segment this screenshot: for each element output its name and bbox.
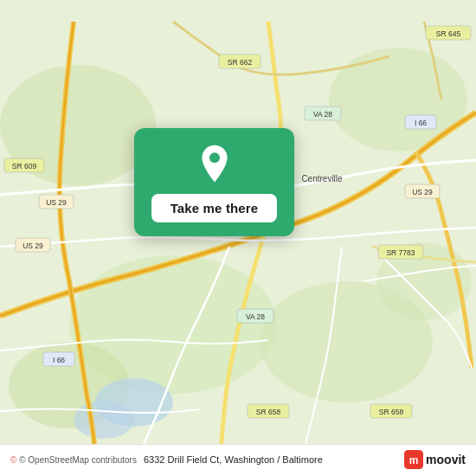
moovit-logo: m moovit — [404, 450, 466, 469]
moovit-brand-name: moovit — [426, 453, 466, 466]
svg-text:US 29: US 29 — [412, 188, 433, 196]
address-label: 6332 Drill Field Ct, Washington / Baltim… — [144, 454, 404, 465]
svg-text:Centreville: Centreville — [301, 174, 343, 183]
map-attribution: © © OpenStreetMap contributors — [10, 455, 137, 465]
svg-point-2 — [329, 48, 467, 151]
svg-text:I 66: I 66 — [415, 119, 427, 127]
svg-text:SR 7783: SR 7783 — [386, 248, 415, 257]
svg-text:US 29: US 29 — [46, 198, 67, 207]
svg-text:SR 658: SR 658 — [379, 408, 404, 416]
svg-text:SR 658: SR 658 — [256, 408, 281, 416]
location-pin-icon — [194, 144, 235, 185]
bottom-bar: © © OpenStreetMap contributors 6332 Dril… — [0, 444, 476, 476]
svg-text:SR 645: SR 645 — [436, 29, 461, 38]
svg-text:I 66: I 66 — [53, 356, 65, 364]
copyright-symbol: © — [10, 455, 16, 465]
svg-point-8 — [74, 401, 134, 439]
svg-text:m: m — [409, 454, 419, 466]
svg-text:US 29: US 29 — [23, 241, 43, 250]
svg-text:SR 609: SR 609 — [12, 162, 37, 170]
location-card: Take me there — [134, 128, 294, 236]
take-me-there-button[interactable]: Take me there — [151, 194, 277, 222]
svg-text:VA 28: VA 28 — [246, 312, 265, 321]
svg-text:SR 662: SR 662 — [228, 58, 253, 67]
svg-point-36 — [209, 152, 220, 163]
map-container: SR 645 SR 662 VA 28 I 66 US 29 US 29 Cen… — [0, 0, 476, 476]
attribution-text: © OpenStreetMap contributors — [19, 455, 137, 465]
map-background: SR 645 SR 662 VA 28 I 66 US 29 US 29 Cen… — [0, 0, 476, 476]
svg-text:VA 28: VA 28 — [313, 110, 332, 119]
moovit-logo-icon: m — [404, 450, 423, 469]
